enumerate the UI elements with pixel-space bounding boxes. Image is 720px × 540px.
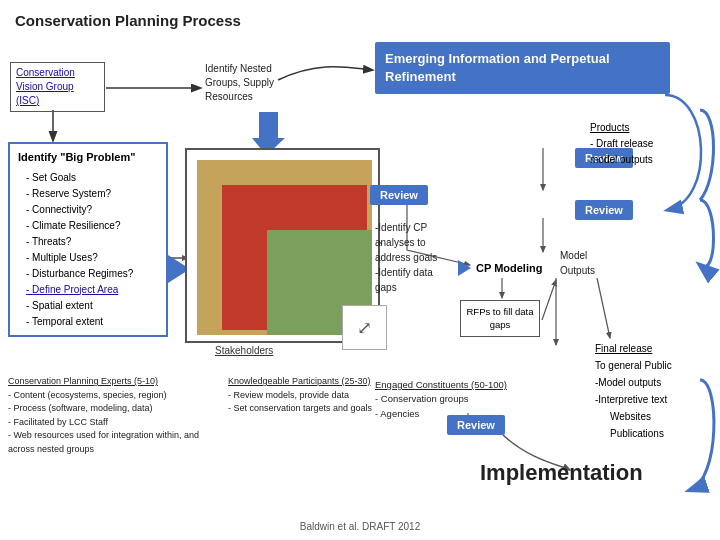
- cvg-box[interactable]: Conservation Vision Group (ISC): [10, 62, 105, 112]
- big-problem-box: Identify "Big Problem" Set Goals Reserve…: [8, 142, 168, 337]
- list-item: Climate Resilience?: [26, 218, 158, 234]
- cp-modeling-section: CP Modeling: [458, 260, 542, 276]
- engaged-constituents: Engaged Constituents (50-100) - Conserva…: [375, 378, 507, 421]
- final-release-section: Final release To general Public -Model o…: [595, 340, 672, 442]
- list-item: Spatial extent: [26, 298, 158, 314]
- emerging-box: Emerging Information and Perpetual Refin…: [375, 42, 670, 94]
- center-icon: ⤢: [342, 305, 387, 350]
- products-section: Products - Draft release model outputs: [590, 120, 653, 168]
- bottom-middle-section: Knowledgeable Participants (25-30) - Rev…: [228, 375, 388, 416]
- review-box-3[interactable]: Review: [575, 200, 633, 220]
- list-item: Threats?: [26, 234, 158, 250]
- list-item: Multiple Uses?: [26, 250, 158, 266]
- conservation-experts-title: Conservation Planning Experts (5-10): [8, 375, 223, 389]
- svg-line-9: [542, 280, 556, 320]
- review-box-1[interactable]: Review: [370, 185, 428, 205]
- diagram-area: ⤢: [185, 148, 380, 343]
- engaged-title: Engaged Constituents (50-100): [375, 378, 507, 392]
- products-title: Products: [590, 120, 653, 136]
- cp-modeling-label: CP Modeling: [476, 262, 542, 274]
- big-problem-title: Identify "Big Problem": [18, 149, 158, 167]
- list-item: Reserve System?: [26, 186, 158, 202]
- bottom-left-section: Conservation Planning Experts (5-10) - C…: [8, 375, 223, 456]
- blue-down-arrow: [255, 112, 285, 152]
- final-release-title: Final release: [595, 340, 672, 357]
- rfps-box: RFPs to fill data gaps: [460, 300, 540, 337]
- implementation-label: Implementation: [480, 460, 643, 486]
- svg-line-12: [597, 278, 610, 338]
- list-item: Set Goals: [26, 170, 158, 186]
- model-outputs-text: Model Outputs: [560, 248, 595, 278]
- list-item: Disturbance Regimes?: [26, 266, 158, 282]
- cp-arrow-icon: [458, 260, 471, 276]
- knowledgeable-participants-title: Knowledgeable Participants (25-30): [228, 375, 388, 389]
- list-item: Temporal extent: [26, 314, 158, 330]
- stakeholders-label: Stakeholders: [215, 345, 273, 356]
- list-item: Connectivity?: [26, 202, 158, 218]
- page-title: Conservation Planning Process: [15, 12, 241, 29]
- citation: Baldwin et al. DRAFT 2012: [300, 521, 420, 532]
- identify-nested-text: Identify Nested Groups, Supply Resources: [205, 62, 274, 104]
- cp-analyses-text: -Identify CP analyses to address goals -…: [375, 220, 437, 295]
- define-project-area-link[interactable]: Define Project Area: [26, 282, 158, 298]
